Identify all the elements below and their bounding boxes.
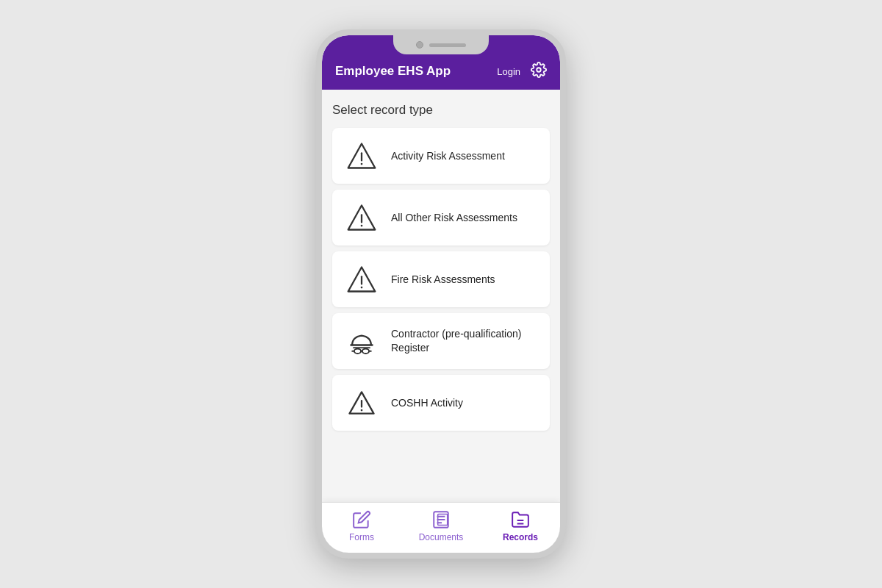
camera	[416, 41, 423, 49]
record-label-activity-risk: Activity Risk Assessment	[391, 149, 505, 163]
app-title: Employee EHS App	[335, 64, 451, 79]
svg-point-13	[362, 349, 369, 354]
document-icon	[431, 510, 451, 529]
record-label-all-other-risk: All Other Risk Assessments	[391, 211, 517, 225]
svg-point-3	[361, 163, 363, 165]
phone-notch	[393, 35, 489, 54]
app-container: Employee EHS App Login Select record typ…	[322, 35, 560, 553]
warning-triangle-icon-3	[344, 262, 379, 297]
warning-triangle-icon-2	[344, 200, 379, 235]
svg-point-0	[537, 68, 541, 72]
edit-icon	[352, 510, 371, 529]
nav-forms[interactable]: Forms	[322, 503, 401, 553]
speaker	[429, 43, 466, 47]
svg-point-12	[354, 349, 361, 354]
record-label-coshh: COSHH Activity	[391, 396, 463, 410]
nav-records-label: Records	[503, 532, 538, 542]
phone-frame: Employee EHS App Login Select record typ…	[316, 29, 566, 559]
folder-icon	[511, 510, 530, 529]
app-content: Select record type Activity Risk Assessm…	[322, 90, 560, 502]
nav-forms-label: Forms	[349, 532, 374, 542]
nav-records[interactable]: Records	[481, 503, 560, 553]
record-type-contractor[interactable]: Contractor (pre-qualification) Register	[332, 313, 550, 369]
record-label-fire-risk: Fire Risk Assessments	[391, 273, 495, 287]
svg-point-6	[361, 225, 363, 227]
record-label-contractor: Contractor (pre-qualification) Register	[391, 327, 538, 355]
record-type-activity-risk[interactable]: Activity Risk Assessment	[332, 128, 550, 184]
warning-triangle-icon-4	[344, 385, 379, 420]
record-type-fire-risk[interactable]: Fire Risk Assessments	[332, 251, 550, 307]
hard-hat-icon	[344, 323, 379, 359]
record-type-coshh[interactable]: COSHH Activity	[332, 375, 550, 431]
settings-icon[interactable]	[531, 62, 547, 81]
nav-documents[interactable]: Documents	[401, 503, 481, 553]
page-title: Select record type	[332, 103, 550, 118]
nav-documents-label: Documents	[419, 532, 464, 542]
svg-point-9	[361, 287, 363, 289]
bottom-nav: Forms Documents	[322, 502, 560, 553]
header-actions: Login	[497, 62, 547, 81]
warning-triangle-icon-1	[344, 138, 379, 173]
record-type-all-other-risk[interactable]: All Other Risk Assessments	[332, 190, 550, 245]
svg-point-19	[361, 409, 363, 412]
login-button[interactable]: Login	[497, 66, 520, 77]
